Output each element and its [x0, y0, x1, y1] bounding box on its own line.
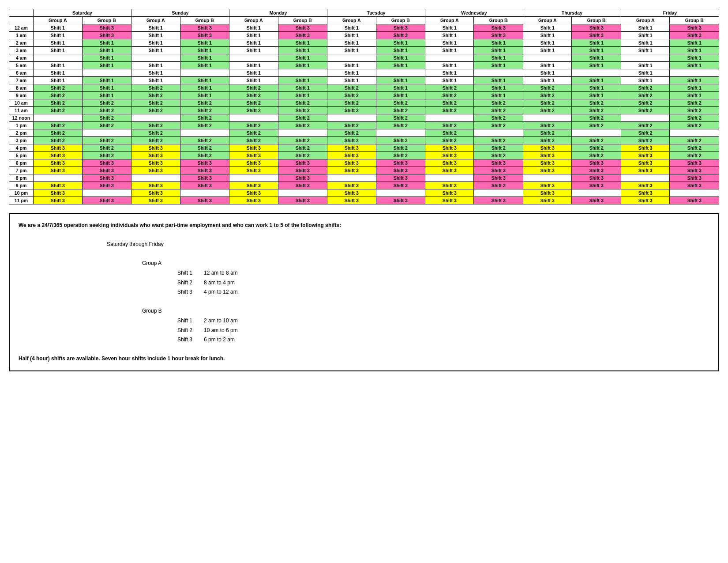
tue-ga: Group A: [327, 17, 376, 24]
table-row: 5 pm Shift 3Shift 2 Shift 3Shift 2 Shift…: [9, 152, 719, 159]
ga-shift1-time: 12 am to 8 am: [204, 268, 238, 278]
table-row: 7 pm Shift 3Shift 3 Shift 3Shift 3 Shift…: [9, 167, 719, 174]
table-row: 7 am Shift 1Shift 1 Shift 1Shift 1 Shift…: [9, 77, 719, 84]
sun-ga: Group A: [131, 17, 180, 24]
gb-shift1-label: Shift 1: [177, 316, 204, 326]
info-line2: Saturday through Friday: [107, 240, 709, 249]
table-row: 3 am Shift 1Shift 1 Shift 1Shift 1 Shift…: [9, 47, 719, 54]
gb-shift2-time: 10 am to 6 pm: [204, 326, 238, 336]
group-a-shift2: Shift 2 8 am to 4 pm: [177, 278, 709, 288]
thu-ga: Group A: [523, 17, 572, 24]
group-b-label: Group B: [142, 306, 709, 316]
table-row: 1 pm Shift 2Shift 2 Shift 2Shift 2 Shift…: [9, 122, 719, 129]
group-a-shift1: Shift 1 12 am to 8 am: [177, 268, 709, 278]
gb-shift2-label: Shift 2: [177, 326, 204, 336]
schedule-table: Saturday Sunday Monday Tuesday Wednesday…: [9, 9, 719, 204]
table-row: 6 pm Shift 3Shift 3 Shift 3Shift 3 Shift…: [9, 159, 719, 167]
sat-ga: Group A: [34, 17, 83, 24]
table-row: 10 am Shift 2Shift 2 Shift 2Shift 2 Shif…: [9, 99, 719, 107]
table-row: 4 am Shift 1 Shift 1 Shift 1 Shift 1 Shi…: [9, 54, 719, 62]
gb-shift1-time: 2 am to 10 am: [204, 316, 238, 326]
table-row: 4 pm Shift 3Shift 2 Shift 3Shift 2 Shift…: [9, 144, 719, 152]
sun-gb: Group B: [180, 17, 229, 24]
friday-header: Friday: [621, 9, 719, 17]
info-footer: Half (4 hour) shifts are available. Seve…: [19, 354, 709, 364]
table-row: 8 am Shift 2Shift 1 Shift 2Shift 1 Shift…: [9, 84, 719, 92]
gb-shift3-time: 6 pm to 2 am: [204, 335, 235, 345]
table-row: 5 am Shift 1Shift 1 Shift 1Shift 1 Shift…: [9, 62, 719, 69]
mon-ga: Group A: [229, 17, 278, 24]
table-row: 6 am Shift 1 Shift 1 Shift 1 Shift 1 Shi…: [9, 69, 719, 77]
wednesday-header: Wednesday: [425, 9, 523, 17]
ga-shift1-label: Shift 1: [177, 268, 204, 278]
group-corner: [9, 17, 34, 24]
wed-gb: Group B: [474, 17, 523, 24]
tuesday-header: Tuesday: [327, 9, 425, 17]
thursday-header: Thursday: [523, 9, 621, 17]
ga-shift3-time: 4 pm to 12 am: [204, 287, 238, 297]
info-line1: We are a 24/7/365 operation seeking indi…: [19, 221, 709, 230]
fri-ga: Group A: [621, 17, 670, 24]
tue-gb: Group B: [376, 17, 425, 24]
saturday-header: Saturday: [34, 9, 131, 17]
table-row: 11 am Shift 2Shift 2 Shift 2Shift 2 Shif…: [9, 107, 719, 114]
wed-ga: Group A: [425, 17, 474, 24]
table-row: 8 pm Shift 3 Shift 3 Shift 3 Shift 3 Shi…: [9, 174, 719, 182]
table-row: 10 pm Shift 3 Shift 3 Shift 3 Shift 3 Sh…: [9, 189, 719, 197]
table-row: 11 pm Shift 3Shift 3 Shift 3Shift 3 Shif…: [9, 197, 719, 204]
mon-gb: Group B: [278, 17, 327, 24]
ga-shift3-label: Shift 3: [177, 287, 204, 297]
group-a-label: Group A: [142, 259, 709, 268]
table-row: 12 am Shift 1Shift 3 Shift 1Shift 3 Shif…: [9, 24, 719, 32]
gb-shift3-label: Shift 3: [177, 335, 204, 345]
fri-gb: Group B: [670, 17, 719, 24]
table-row: 9 pm Shift 3Shift 3 Shift 3Shift 3 Shift…: [9, 182, 719, 189]
table-row: 1 am Shift 1Shift 3 Shift 1Shift 3 Shift…: [9, 32, 719, 39]
ga-shift2-label: Shift 2: [177, 278, 204, 288]
sunday-header: Sunday: [131, 9, 229, 17]
group-b-shift2: Shift 2 10 am to 6 pm: [177, 326, 709, 336]
table-row: 12 noon Shift 2 Shift 2 Shift 2 Shift 2 …: [9, 114, 719, 122]
table-row: 2 am Shift 1Shift 1 Shift 1Shift 1 Shift…: [9, 39, 719, 47]
info-box: We are a 24/7/365 operation seeking indi…: [9, 213, 719, 371]
group-b-shift3: Shift 3 6 pm to 2 am: [177, 335, 709, 345]
sat-gb: Group B: [82, 17, 131, 24]
group-b-shift1: Shift 1 2 am to 10 am: [177, 316, 709, 326]
group-a-shift3: Shift 3 4 pm to 12 am: [177, 287, 709, 297]
table-row: 3 pm Shift 2Shift 2 Shift 2Shift 2 Shift…: [9, 137, 719, 144]
table-row: 9 am Shift 2Shift 1 Shift 2Shift 1 Shift…: [9, 92, 719, 99]
thu-gb: Group B: [572, 17, 621, 24]
table-row: 2 pm Shift 2 Shift 2 Shift 2 Shift 2 Shi…: [9, 129, 719, 137]
ga-shift2-time: 8 am to 4 pm: [204, 278, 235, 288]
monday-header: Monday: [229, 9, 327, 17]
corner-cell: [9, 9, 34, 17]
